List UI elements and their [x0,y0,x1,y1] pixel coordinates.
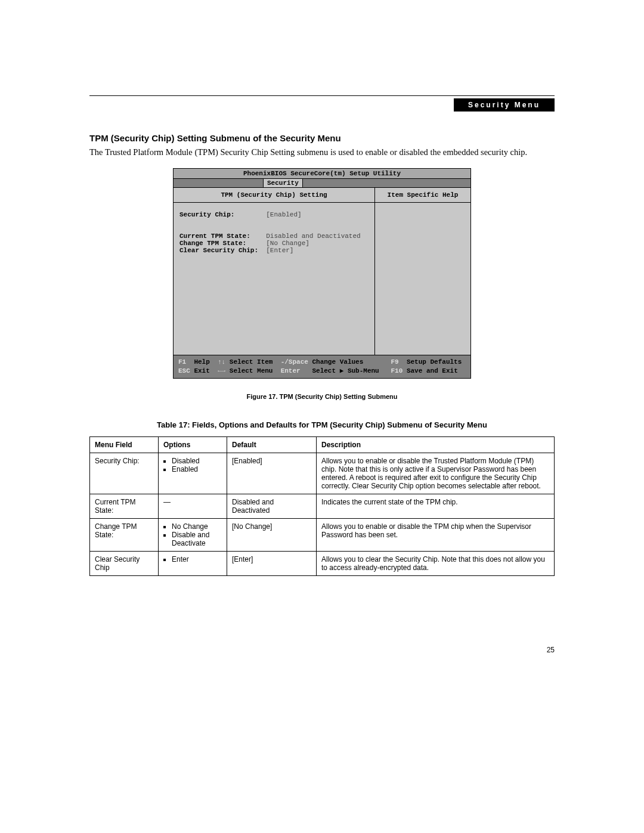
top-rule [89,95,555,96]
cell-default: [No Change] [227,519,317,552]
header-row: Security Menu [89,98,555,112]
cell-menu-field: Clear Security Chip [90,552,159,576]
cell-menu-field: Change TPM State: [90,519,159,552]
option-item: No Change [172,522,222,531]
bios-tab-row: Security [174,179,470,188]
cell-default: Disabled and Deactivated [227,494,317,519]
bios-title: PhoenixBIOS SecureCore(tm) Setup Utility [174,169,470,179]
bios-left-pane: TPM (Security Chip) Setting Security Chi… [174,188,375,355]
section-title: TPM (Security Chip) Setting Submenu of t… [89,133,555,143]
bios-footer: F1 Help ↑↓ Select Item -/Space Change Va… [174,355,470,379]
cell-options: — [159,494,227,519]
option-item: Disable and Deactivate [172,531,222,547]
cell-options: No ChangeDisable and Deactivate [159,519,227,552]
cell-default: [Enter] [227,552,317,576]
page-number: 25 [547,646,555,654]
bios-screenshot: PhoenixBIOS SecureCore(tm) Setup Utility… [173,168,471,379]
bios-left-content: Security Chip: [Enabled]Current TPM Stat… [174,203,374,270]
header-badge: Security Menu [454,98,555,112]
cell-options: Enter [159,552,227,576]
th-options: Options [159,437,227,453]
cell-options: DisabledEnabled [159,453,227,494]
cell-default: [Enabled] [227,453,317,494]
cell-menu-field: Current TPM State: [90,494,159,519]
table-row: Security Chip:DisabledEnabled[Enabled]Al… [90,453,555,494]
bios-left-header: TPM (Security Chip) Setting [174,188,374,203]
table-row: Current TPM State:—Disabled and Deactiva… [90,494,555,519]
bios-right-pane: Item Specific Help [375,188,470,355]
bios-body: TPM (Security Chip) Setting Security Chi… [174,188,470,355]
th-menu-field: Menu Field [90,437,159,453]
table-header-row: Menu Field Options Default Description [90,437,555,453]
cell-description: Allows you to enable or disable the Trus… [317,453,555,494]
option-item: Enabled [172,465,222,473]
table-row: Clear Security ChipEnter[Enter]Allows yo… [90,552,555,576]
bios-right-header: Item Specific Help [375,188,470,203]
table-row: Change TPM State:No ChangeDisable and De… [90,519,555,552]
bios-tab-security: Security [263,179,303,187]
fields-table: Menu Field Options Default Description S… [89,436,555,576]
table-caption: Table 17: Fields, Options and Defaults f… [89,420,555,429]
option-item: Disabled [172,457,222,465]
option-item: Enter [172,555,222,563]
cell-description: Indicates the current state of the TPM c… [317,494,555,519]
figure-caption: Figure 17. TPM (Security Chip) Setting S… [89,393,555,400]
intro-text: The Trusted Platform Module (TPM) Securi… [89,147,555,159]
cell-description: Allows you to enable or disable the TPM … [317,519,555,552]
th-description: Description [317,437,555,453]
cell-description: Allows you to clear the Security Chip. N… [317,552,555,576]
cell-menu-field: Security Chip: [90,453,159,494]
th-default: Default [227,437,317,453]
